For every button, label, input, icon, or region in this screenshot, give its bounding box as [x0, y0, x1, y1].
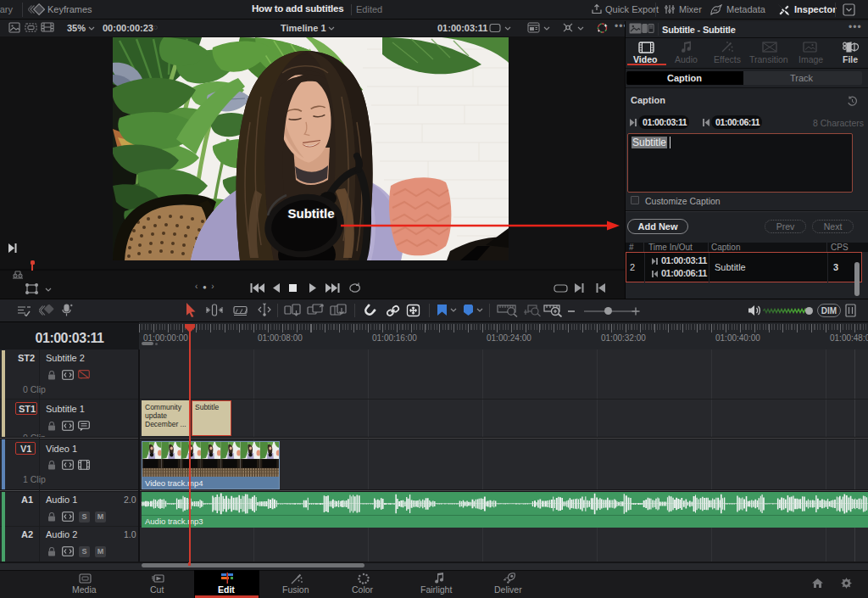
svg-text:Subtitle: Subtitle — [288, 206, 335, 221]
